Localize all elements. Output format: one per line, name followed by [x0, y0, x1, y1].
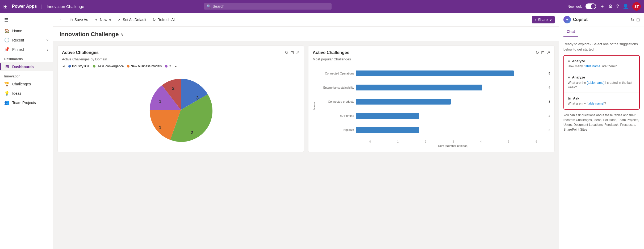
check-icon: ✓	[118, 18, 121, 22]
topnav-right: New look ＋ ⚙ ? 👤 ST	[568, 2, 641, 11]
svg-text:1: 1	[159, 99, 161, 104]
sidebar-item-label: Team Projects	[12, 101, 36, 105]
tab-chat[interactable]: Chat	[563, 27, 578, 37]
copilot-header-icons: ↻ ⊡	[631, 17, 640, 22]
expand-chart2-icon[interactable]: ⊡	[541, 50, 545, 55]
bar-row-3: Connected products 3	[317, 99, 550, 105]
suggestion-3[interactable]: ◉ Ask What are my [table name]?	[564, 93, 639, 109]
chevron-down-icon: ∨	[46, 48, 49, 51]
dashboard-icon: ⊞	[4, 64, 10, 69]
sidebar-item-label: Ideas	[12, 91, 21, 96]
suggestion-1[interactable]: ≡ Analyze How many [table name] are ther…	[564, 56, 639, 72]
refresh-icon: ↻	[153, 18, 156, 22]
new-button[interactable]: ＋ New ∨	[92, 16, 114, 24]
table-name-link-3[interactable]: [table name]	[587, 102, 604, 105]
search-bar[interactable]: 🔍	[204, 3, 332, 10]
profile-icon[interactable]: 👤	[623, 3, 629, 9]
new-look-label: New look	[568, 5, 582, 9]
table-name-link-1[interactable]: [table name]	[584, 64, 601, 68]
top-navigation: ⊞ Power Apps | Innovation Challenge 🔍 Ne…	[0, 0, 644, 13]
bar-track-2	[356, 85, 545, 90]
suggestion-text-3: What are my [table name]?	[568, 101, 635, 106]
copilot-settings-icon[interactable]: ⊡	[636, 17, 640, 22]
dashboard-header: Innovation Challenge ∨	[53, 27, 559, 41]
analyze-icon-1: ≡	[568, 59, 570, 63]
back-button[interactable]: ←	[57, 16, 66, 24]
save-as-button[interactable]: ⊡ Save As	[67, 16, 91, 23]
chart2-subtitle: Most popular Challenges	[313, 57, 550, 61]
sidebar-item-challenges[interactable]: 🏆 Challenges	[0, 79, 53, 89]
bar-value-1: 5	[549, 72, 550, 75]
bar-row-2: Enterprise sustainability 4	[317, 85, 550, 90]
copilot-intro: Ready to explore? Select one of the sugg…	[563, 42, 640, 52]
recent-icon: 🕒	[4, 38, 10, 43]
bar-label-4: 3D Printing	[317, 114, 354, 117]
suggestion-2[interactable]: ≡ Analyze What are the [table name] I cr…	[564, 72, 639, 93]
bar-label-2: Enterprise sustainability	[317, 86, 354, 89]
share-icon: ↑	[534, 18, 536, 22]
external-link2-icon[interactable]: ↗	[547, 50, 550, 55]
main-layout: ☰ 🏠 Home 🕒 Recent ∨ 📌 Pinned ∨ Dashboard…	[0, 13, 644, 249]
bar-chart: Name Connected Operations 5	[313, 64, 550, 147]
new-look-toggle[interactable]	[586, 3, 596, 9]
dashboard-title: Innovation Challenge	[60, 31, 119, 38]
content-area: ← ⊡ Save As ＋ New ∨ ✓ Set As Default ↻ R…	[53, 13, 559, 249]
refresh-chart-icon[interactable]: ↻	[285, 50, 288, 55]
bar-fill-4	[356, 113, 419, 119]
dropdown-icon: ∨	[109, 18, 111, 22]
chart2-title: Active Challenges	[313, 50, 349, 55]
suggestion-type-3: Ask	[573, 96, 579, 100]
dashboard-title-chevron-icon[interactable]: ∨	[121, 32, 124, 37]
sidebar-item-team-projects[interactable]: 👥 Team Projects	[0, 98, 53, 107]
add-icon[interactable]: ＋	[600, 3, 605, 10]
chart-card-header-2: Active Challenges ↻ ⊡ ↗	[313, 50, 550, 55]
sidebar-item-home[interactable]: 🏠 Home	[0, 26, 53, 35]
legend-dot-1	[68, 65, 71, 68]
search-input[interactable]	[213, 4, 329, 9]
home-icon: 🏠	[4, 28, 10, 33]
bar-value-5: 2	[549, 128, 550, 131]
bar-track-1	[356, 70, 545, 76]
settings-icon[interactable]: ⚙	[608, 3, 613, 9]
bar-row-4: 3D Printing 2	[317, 113, 550, 119]
app-name: Power Apps	[12, 4, 37, 9]
dashboard-area: Innovation Challenge ∨ Active Challenges…	[53, 27, 559, 249]
set-as-default-button[interactable]: ✓ Set As Default	[115, 16, 149, 23]
sidebar-item-dashboards[interactable]: ⊞ Dashboards	[0, 62, 53, 71]
bar-label-3: Connected products	[317, 100, 354, 103]
refresh-chart2-icon[interactable]: ↻	[536, 50, 539, 55]
sidebar-collapse-button[interactable]: ☰	[0, 15, 53, 25]
refresh-all-button[interactable]: ↻ Refresh All	[150, 16, 178, 23]
expand-chart-icon[interactable]: ⊡	[290, 50, 294, 55]
avatar[interactable]: ST	[632, 2, 641, 11]
table-name-link-2[interactable]: [table name]	[587, 81, 604, 85]
external-link-icon[interactable]: ↗	[296, 50, 299, 55]
help-icon[interactable]: ?	[616, 4, 619, 9]
sidebar-item-recent[interactable]: 🕒 Recent ∨	[0, 35, 53, 45]
copilot-refresh-icon[interactable]: ↻	[631, 17, 634, 22]
bar-row-1: Connected Operations 5	[317, 70, 550, 76]
bar-fill-5	[356, 127, 419, 133]
grid-icon[interactable]: ⊞	[3, 3, 8, 10]
legend-dot-2	[93, 65, 95, 68]
copilot-suggestions: ≡ Analyze How many [table name] are ther…	[563, 55, 640, 110]
ideas-icon: 💡	[4, 91, 10, 96]
bar-row-5: Big data 2	[317, 127, 550, 133]
active-challenges-bar-card: Active Challenges ↻ ⊡ ↗ Most popular Cha…	[308, 45, 555, 152]
sidebar-item-pinned[interactable]: 📌 Pinned ∨	[0, 45, 53, 54]
bar-chart-inner: Connected Operations 5 Enterprise sustai…	[317, 64, 550, 139]
copilot-title: Copilot	[573, 17, 629, 22]
sidebar-item-label: Dashboards	[12, 65, 34, 69]
bar-fill-3	[356, 99, 451, 105]
sidebar: ☰ 🏠 Home 🕒 Recent ∨ 📌 Pinned ∨ Dashboard…	[0, 13, 53, 249]
toolbar: ← ⊡ Save As ＋ New ∨ ✓ Set As Default ↻ R…	[53, 13, 559, 27]
sidebar-item-label: Recent	[12, 38, 24, 42]
copilot-content: Ready to explore? Select one of the sugg…	[559, 37, 644, 249]
legend-label-1: Industry IOT	[72, 64, 90, 68]
copilot-header: ✦ Copilot ↻ ⊡	[559, 13, 644, 27]
bar-value-2: 4	[549, 86, 550, 89]
sidebar-item-ideas[interactable]: 💡 Ideas	[0, 89, 53, 98]
suggestion-type-1: Analyze	[572, 59, 585, 63]
share-button[interactable]: ↑ Share ∨	[532, 16, 555, 23]
suggestion-text-2: What are the [table name] I created in t…	[568, 81, 635, 90]
